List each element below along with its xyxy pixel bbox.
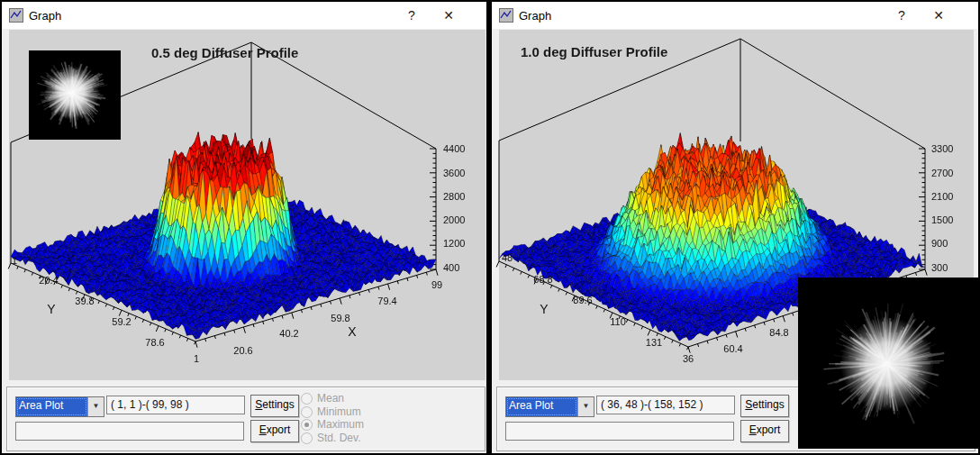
z-tick: 900	[931, 238, 948, 249]
y-tick: 110	[610, 316, 626, 327]
x-tick: 1	[194, 353, 199, 364]
command-field[interactable]	[15, 422, 244, 441]
close-button[interactable]: ✕	[924, 2, 953, 29]
radio-label: Mean	[317, 392, 344, 405]
dropdown-arrow-icon[interactable]: ▼	[87, 397, 104, 416]
x-tick: 99	[431, 279, 442, 290]
radio-circle-icon[interactable]	[301, 406, 313, 418]
x-tick: 36	[683, 353, 694, 364]
x-tick: 20.6	[233, 345, 252, 356]
title-bar: Graph ? ✕	[492, 2, 978, 29]
z-tick: 300	[931, 262, 948, 273]
plot-type-value: Area Plot	[16, 397, 87, 416]
plot-type-dropdown[interactable]: Area Plot ▼	[15, 396, 104, 417]
window-title: Graph	[29, 9, 61, 23]
region-field[interactable]: ( 36, 48 )-( 158, 152 )	[596, 396, 735, 414]
z-tick: 2700	[931, 168, 953, 178]
radio-mean[interactable]: Mean	[301, 392, 344, 405]
dropdown-arrow-icon[interactable]: ▼	[577, 397, 594, 416]
region-field[interactable]: ( 1, 1 )-( 99, 98 )	[106, 396, 245, 414]
command-field[interactable]	[505, 422, 734, 441]
radio-label: Maximum	[317, 418, 364, 431]
z-tick: 1500	[931, 214, 953, 225]
help-button[interactable]: ?	[887, 2, 916, 29]
y-axis-label: Y	[540, 302, 548, 316]
z-tick: 3300	[931, 143, 953, 154]
title-bar: Graph ? ✕	[2, 2, 486, 29]
x-axis-label: X	[348, 324, 356, 339]
graph-window-right: Graph ? ✕ 1.0 deg Diffuser Profile 48 68…	[492, 2, 978, 453]
radio-circle-icon[interactable]	[301, 393, 313, 405]
x-tick: 84.8	[769, 327, 788, 338]
export-button[interactable]: Export	[250, 420, 299, 442]
settings-button[interactable]: Settings	[250, 395, 299, 417]
y-tick: 20.4	[39, 275, 58, 286]
radio-stddev[interactable]: Std. Dev.	[301, 432, 360, 444]
y-tick: 89.6	[573, 295, 592, 305]
graph-app-icon	[499, 8, 513, 23]
settings-button[interactable]: Settings	[740, 395, 789, 417]
radio-circle-icon[interactable]	[301, 432, 313, 444]
y-tick: 68.8	[533, 274, 552, 285]
y-tick: 59.2	[112, 316, 131, 327]
y-tick: 48	[502, 252, 513, 263]
z-tick: 2000	[443, 214, 465, 225]
z-tick: 2800	[443, 191, 465, 202]
x-tick: 59.8	[331, 313, 349, 323]
x-tick: 79.4	[377, 296, 396, 306]
y-tick: 131	[646, 337, 662, 348]
radio-circle-icon[interactable]	[301, 419, 313, 431]
plot-title: 0.5 deg Diffuser Profile	[151, 45, 298, 60]
z-tick: 400	[443, 262, 459, 273]
export-button[interactable]: Export	[740, 420, 789, 442]
graph-app-icon	[9, 8, 23, 23]
y-tick: 1	[12, 255, 17, 266]
x-tick: 60.4	[723, 343, 742, 354]
close-button[interactable]: ✕	[434, 2, 463, 29]
help-button[interactable]: ?	[397, 2, 426, 29]
graph-window-left: Graph ? ✕ 0.5 deg Diffuser Profile 1 20.…	[2, 2, 486, 453]
z-tick: 2100	[931, 191, 953, 202]
z-tick: 3600	[443, 168, 465, 178]
radio-maximum[interactable]: Maximum	[301, 418, 364, 431]
plot-title: 1.0 deg Diffuser Profile	[521, 44, 667, 59]
z-tick: 4400	[443, 143, 465, 154]
radio-label: Std. Dev.	[317, 432, 360, 444]
plot-type-dropdown[interactable]: Area Plot ▼	[505, 396, 594, 417]
beam-profile-image	[798, 278, 979, 449]
radio-minimum[interactable]: Minimum	[301, 405, 361, 418]
radio-label: Minimum	[317, 405, 361, 418]
y-tick: 78.6	[145, 337, 164, 348]
x-tick: 40.2	[279, 328, 298, 339]
beam-profile-image	[29, 50, 121, 140]
window-title: Graph	[519, 9, 551, 23]
y-axis-label: Y	[47, 302, 55, 316]
plot-type-value: Area Plot	[506, 397, 577, 416]
y-tick: 39.8	[75, 296, 94, 306]
z-tick: 1200	[443, 238, 465, 249]
